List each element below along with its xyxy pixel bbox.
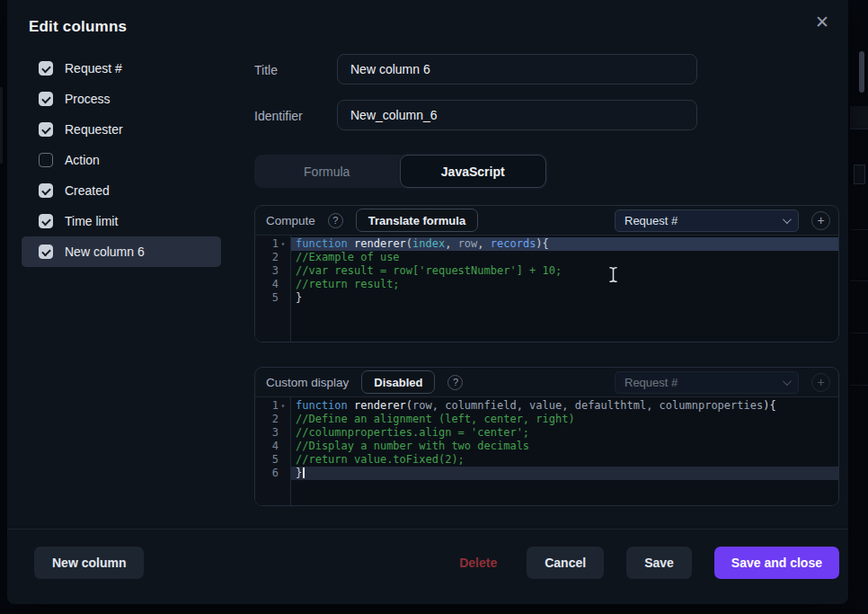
custom-display-field-dropdown[interactable]: Request # bbox=[615, 371, 799, 394]
background-divider bbox=[850, 385, 868, 386]
custom-display-panel: Custom display Disabled ? Request # + 1▾… bbox=[254, 367, 839, 506]
sidebar-item-label: New column 6 bbox=[65, 245, 145, 259]
checkbox-new-column-6[interactable] bbox=[39, 245, 53, 259]
sidebar-item-created[interactable]: Created bbox=[22, 175, 221, 206]
chevron-down-icon bbox=[783, 215, 792, 224]
compute-code-editor[interactable]: 1▾function renderer(index, row, records)… bbox=[255, 235, 838, 342]
checkbox-time-limit[interactable] bbox=[39, 214, 53, 228]
checkbox-created[interactable] bbox=[39, 183, 53, 198]
custom-display-header: Custom display Disabled ? Request # + bbox=[255, 368, 838, 396]
checkbox-requester[interactable] bbox=[39, 122, 53, 137]
disabled-toggle-button[interactable]: Disabled bbox=[361, 370, 435, 394]
title-label: Title bbox=[254, 63, 278, 77]
compute-field-dropdown[interactable]: Request # bbox=[615, 209, 799, 232]
edit-columns-modal: Edit columns ✕ Request # Process Request… bbox=[7, 0, 848, 604]
sidebar-item-label: Time limit bbox=[65, 214, 118, 228]
formula-js-tabs: Formula JavaScript bbox=[254, 155, 546, 188]
custom-display-label: Custom display bbox=[266, 376, 349, 389]
dropdown-value: Request # bbox=[624, 214, 678, 227]
background-fragment bbox=[854, 165, 865, 184]
background-page-left-edge bbox=[0, 0, 7, 614]
custom-display-code-editor[interactable]: 1▾function renderer(row, columnfield, va… bbox=[255, 396, 838, 505]
background-divider bbox=[850, 333, 868, 334]
title-input[interactable] bbox=[337, 54, 697, 85]
checkbox-request[interactable] bbox=[39, 61, 53, 76]
add-field-icon[interactable]: + bbox=[811, 373, 830, 392]
sidebar-item-action[interactable]: Action bbox=[22, 145, 221, 175]
translate-formula-button[interactable]: Translate formula bbox=[356, 209, 478, 232]
dropdown-value: Request # bbox=[624, 376, 678, 389]
sidebar-item-label: Created bbox=[65, 183, 110, 198]
custom-display-code-lines[interactable]: 1▾function renderer(row, columnfield, va… bbox=[255, 399, 838, 480]
background-fragment bbox=[0, 87, 3, 164]
sidebar-item-time-limit[interactable]: Time limit bbox=[22, 206, 221, 236]
add-field-icon[interactable]: + bbox=[811, 211, 830, 230]
save-button[interactable]: Save bbox=[626, 547, 692, 579]
tab-javascript[interactable]: JavaScript bbox=[400, 155, 547, 188]
chevron-down-icon bbox=[783, 377, 792, 386]
delete-button[interactable]: Delete bbox=[452, 556, 504, 570]
checkbox-action[interactable] bbox=[39, 153, 53, 167]
sidebar-item-process[interactable]: Process bbox=[22, 84, 221, 114]
compute-code-lines[interactable]: 1▾function renderer(index, row, records)… bbox=[255, 237, 838, 305]
tab-formula[interactable]: Formula bbox=[254, 155, 400, 188]
save-and-close-button[interactable]: Save and close bbox=[714, 547, 839, 579]
cancel-button[interactable]: Cancel bbox=[527, 547, 604, 579]
identifier-label: Identifier bbox=[254, 109, 303, 123]
new-column-button[interactable]: New column bbox=[34, 547, 144, 579]
compute-label: Compute bbox=[266, 214, 315, 227]
background-page-bottom-edge bbox=[0, 604, 868, 614]
background-divider bbox=[850, 229, 868, 230]
close-icon[interactable]: ✕ bbox=[810, 11, 834, 34]
sidebar-item-label: Request # bbox=[65, 61, 122, 76]
column-list: Request # Process Requester Action Creat… bbox=[22, 53, 221, 267]
background-divider bbox=[850, 280, 868, 281]
sidebar-item-new-column-6[interactable]: New column 6 bbox=[22, 236, 221, 267]
sidebar-item-label: Action bbox=[65, 153, 100, 167]
page-title: Edit columns bbox=[29, 18, 127, 36]
background-fragment bbox=[850, 106, 868, 129]
modal-footer: New column Delete Cancel Save Save and c… bbox=[7, 529, 848, 604]
compute-panel: Compute ? Translate formula Request # + … bbox=[254, 205, 839, 343]
footer-actions: Delete Cancel Save Save and close bbox=[452, 547, 839, 579]
help-icon[interactable]: ? bbox=[447, 375, 463, 390]
sidebar-item-requester[interactable]: Requester bbox=[22, 114, 221, 145]
help-icon[interactable]: ? bbox=[328, 213, 343, 228]
checkbox-process[interactable] bbox=[39, 92, 53, 106]
scrollbar-thumb[interactable] bbox=[859, 51, 864, 93]
identifier-input[interactable] bbox=[337, 100, 697, 130]
background-page-right-edge bbox=[848, 0, 868, 614]
compute-header: Compute ? Translate formula Request # + bbox=[255, 206, 838, 235]
sidebar-item-label: Process bbox=[65, 92, 111, 106]
sidebar-item-label: Requester bbox=[65, 122, 123, 137]
sidebar-item-request[interactable]: Request # bbox=[22, 53, 221, 84]
